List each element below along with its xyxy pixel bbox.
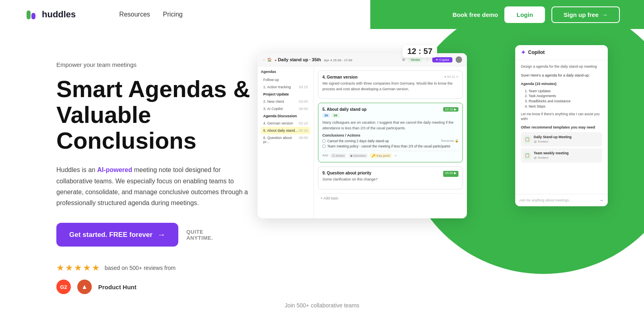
user-avatar <box>456 56 462 63</box>
template-icon: 📋 <box>523 151 531 160</box>
template-icon: 📋 <box>523 135 531 143</box>
conclusion-item: Cancel the coming 2 days daily stand-up … <box>322 139 458 143</box>
logo-link[interactable]: huddles <box>24 7 76 22</box>
meeting-main-content: 4. German version ● 60:12 ∨ We signed co… <box>314 66 467 218</box>
conclusion-item: Team meeting policy - cancel the meeting… <box>322 144 458 148</box>
g2-badge: G2 <box>56 280 71 294</box>
review-logos-row: G2 ▲ Product Hunt <box>56 280 282 294</box>
agenda-title: Agenda (15 minutes) <box>521 81 602 87</box>
navbar: huddles Resources Pricing Book free demo… <box>0 0 644 29</box>
add-topic-button[interactable]: + Add topic <box>318 193 463 203</box>
login-button[interactable]: Login <box>504 6 545 23</box>
sidebar-item[interactable]: 6. Question about pr...00:00 <box>261 134 310 145</box>
hero-right: ← 🏠 ● Daily stand up · 35th Apr 4 15:30 … <box>282 53 620 255</box>
copilot-prompt: Design a agenda for the daily stand-up m… <box>521 64 602 70</box>
quite-anytime: QUITE ANYTIME. <box>186 229 213 241</box>
templates-label: Other recommend templates you may need <box>521 125 602 131</box>
hero-eyebrow: Empower your team meetings <box>56 61 282 68</box>
signup-button[interactable]: Sign up free → <box>551 6 620 23</box>
send-button[interactable]: → <box>599 197 604 203</box>
sidebar-section: Agenda Discussion <box>261 112 310 120</box>
copilot-response: Sure! Here's a agenda for a daily stand-… <box>521 73 602 79</box>
nav-left: huddles Resources Pricing <box>24 0 207 29</box>
sidebar-item[interactable]: 3. AI Copilot00:00 <box>261 105 310 112</box>
product-hunt-label: Product Hunt <box>98 284 136 290</box>
topic-card-9: 9. Question about priority 05:00 ▶ Some … <box>318 166 463 189</box>
logo-icon <box>24 7 39 22</box>
nav-links: Resources Pricing <box>95 0 206 29</box>
template-card-1[interactable]: 📋 Daily Stand-up Meeting @ Tomtem <box>521 132 602 147</box>
topic-card-5: 5. About daily stand up 02:10 ▶ 36 34 Ma… <box>318 103 463 162</box>
hero-title: Smart Agendas & Valuable Conclusions <box>56 76 282 153</box>
cta-row: Get started. FREE forever → QUITE ANYTIM… <box>56 223 282 247</box>
copilot-followup: Let me know if there's anything else I c… <box>521 112 602 122</box>
template-label: Daily Stand-up Meeting @ Tomtem <box>534 135 572 144</box>
sidebar-section: Project Update <box>261 91 310 98</box>
time-display: 12 : 57 <box>402 45 437 58</box>
footer-hint: Join 500+ collaborative teams <box>0 294 644 317</box>
svg-rect-1 <box>31 13 35 19</box>
meeting-panel-body: Agendas Follow-up 1. Action tracking03:1… <box>258 66 467 218</box>
sidebar-item-active[interactable]: 5. About daily stand...02:10 <box>261 127 310 134</box>
copilot-input-row: Ask me anything about meetings... → <box>515 194 608 206</box>
star-rating: ★★★★★ <box>56 263 101 273</box>
sidebar-item[interactable]: 1. Action tracking03:15 <box>261 83 310 91</box>
nav-resources[interactable]: Resources <box>119 11 150 18</box>
copilot-body: Design a agenda for the daily stand-up m… <box>515 60 608 168</box>
hero-left: Empower your team meetings Smart Agendas… <box>56 53 282 294</box>
copilot-input-placeholder[interactable]: Ask me anything about meetings... <box>519 198 597 202</box>
template-label: Team weekly meeting @ Tomtem <box>534 151 569 160</box>
hero-description: Huddles is an AI-powered meeting note to… <box>56 164 258 208</box>
copilot-icon: ✦ <box>521 49 526 56</box>
logo-text: huddles <box>42 9 76 20</box>
reviews-row: ★★★★★ based on 500+ reviews from <box>56 263 282 273</box>
agenda-item: 3. Roadblocks and Assistance <box>525 99 602 104</box>
svg-rect-0 <box>27 10 31 19</box>
topic-tags: 36 34 <box>322 113 458 118</box>
ai-link[interactable]: AI-powered <box>97 166 132 173</box>
nav-pricing[interactable]: Pricing <box>163 11 183 18</box>
meeting-sidebar: Agendas Follow-up 1. Action tracking03:1… <box>258 66 314 218</box>
product-hunt-badge: ▲ <box>77 280 92 294</box>
agenda-item: 1. Team Updates <box>525 89 602 94</box>
review-text: based on 500+ reviews from <box>105 265 175 271</box>
book-demo-button[interactable]: Book free demo <box>452 11 498 18</box>
meeting-title: ● Daily stand up · 35th Apr 4 15:30 - 17… <box>275 57 399 62</box>
get-started-button[interactable]: Get started. FREE forever → <box>56 223 178 247</box>
action-bar: Add ☑ Action ◆ Decision 🔑 Key point ＋ <box>322 151 458 158</box>
meeting-panel: ← 🏠 ● Daily stand up · 35th Apr 4 15:30 … <box>258 53 467 218</box>
media-badge: Media <box>409 57 422 62</box>
nav-right-area: Book free demo Login Sign up free → <box>370 0 644 29</box>
sidebar-item[interactable]: 2. New client03:00 <box>261 98 310 105</box>
copilot-header: ✦ Copilot <box>515 45 608 60</box>
hero-section: Empower your team meetings Smart Agendas… <box>0 29 644 294</box>
app-screenshot: ← 🏠 ● Daily stand up · 35th Apr 4 15:30 … <box>258 41 604 234</box>
copilot-panel: ✦ Copilot Design a agenda for the daily … <box>515 45 608 206</box>
sidebar-item[interactable]: Follow-up <box>261 76 310 83</box>
agenda-item: 2. Task Assignments <box>525 93 602 99</box>
copilot-badge: ✦ Copilot <box>432 57 452 62</box>
topic-card-4: 4. German version ● 60:12 ∨ We signed co… <box>318 71 463 99</box>
sidebar-item[interactable]: 4. German version02:10 <box>261 120 310 127</box>
agenda-item: 4. Next Steps <box>525 104 602 109</box>
template-card-2[interactable]: 📋 Team weekly meeting @ Tomtem <box>521 148 602 163</box>
